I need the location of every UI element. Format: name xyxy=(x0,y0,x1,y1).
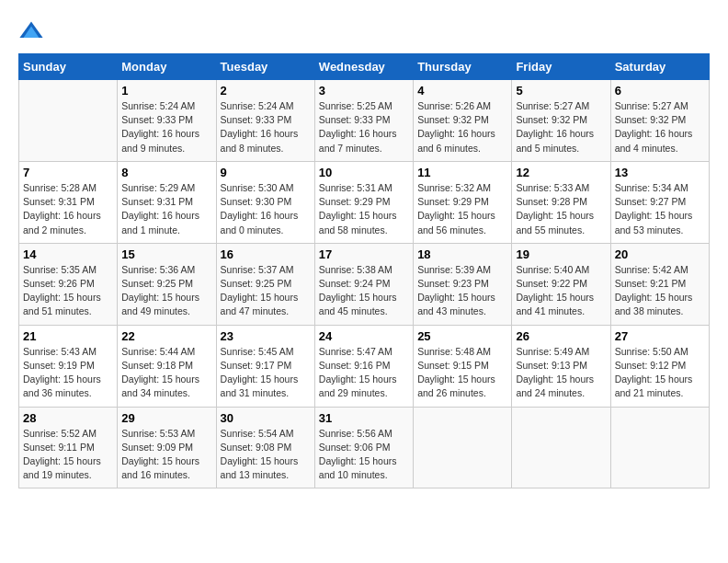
day-info: Sunrise: 5:32 AM Sunset: 9:29 PM Dayligh… xyxy=(417,181,507,237)
calendar-cell: 17Sunrise: 5:38 AM Sunset: 9:24 PM Dayli… xyxy=(314,243,413,325)
day-number: 6 xyxy=(615,84,705,98)
day-number: 23 xyxy=(221,329,311,343)
day-number: 7 xyxy=(23,166,113,179)
day-info: Sunrise: 5:34 AM Sunset: 9:27 PM Dayligh… xyxy=(615,181,705,237)
day-info: Sunrise: 5:52 AM Sunset: 9:11 PM Dayligh… xyxy=(23,427,113,483)
day-number: 18 xyxy=(417,247,507,261)
day-info: Sunrise: 5:24 AM Sunset: 9:33 PM Dayligh… xyxy=(121,99,211,155)
day-number: 8 xyxy=(121,166,211,179)
calendar-cell: 14Sunrise: 5:35 AM Sunset: 9:26 PM Dayli… xyxy=(19,243,118,325)
calendar-cell: 28Sunrise: 5:52 AM Sunset: 9:11 PM Dayli… xyxy=(19,407,118,488)
day-info: Sunrise: 5:44 AM Sunset: 9:18 PM Dayligh… xyxy=(121,345,211,401)
day-number: 20 xyxy=(615,247,705,261)
calendar-cell: 22Sunrise: 5:44 AM Sunset: 9:18 PM Dayli… xyxy=(118,325,216,407)
day-info: Sunrise: 5:30 AM Sunset: 9:30 PM Dayligh… xyxy=(221,181,311,237)
day-number: 4 xyxy=(417,84,507,98)
day-info: Sunrise: 5:27 AM Sunset: 9:32 PM Dayligh… xyxy=(615,99,705,155)
day-info: Sunrise: 5:36 AM Sunset: 9:25 PM Dayligh… xyxy=(121,263,211,319)
calendar-cell xyxy=(512,407,610,488)
calendar-week-row: 21Sunrise: 5:43 AM Sunset: 9:19 PM Dayli… xyxy=(19,325,710,407)
day-number: 9 xyxy=(221,166,311,179)
calendar-week-row: 14Sunrise: 5:35 AM Sunset: 9:26 PM Dayli… xyxy=(19,243,710,325)
calendar-cell xyxy=(414,407,512,488)
calendar-cell: 12Sunrise: 5:33 AM Sunset: 9:28 PM Dayli… xyxy=(512,161,610,243)
calendar-cell: 26Sunrise: 5:49 AM Sunset: 9:13 PM Dayli… xyxy=(512,325,610,407)
day-number: 12 xyxy=(516,166,606,179)
weekday-header-friday: Friday xyxy=(512,54,610,80)
day-info: Sunrise: 5:39 AM Sunset: 9:23 PM Dayligh… xyxy=(417,263,507,319)
day-info: Sunrise: 5:37 AM Sunset: 9:25 PM Dayligh… xyxy=(221,263,311,319)
weekday-header-wednesday: Wednesday xyxy=(314,54,413,80)
day-number: 24 xyxy=(319,329,409,343)
calendar-header: SundayMondayTuesdayWednesdayThursdayFrid… xyxy=(19,54,710,80)
weekday-header-thursday: Thursday xyxy=(414,54,512,80)
day-info: Sunrise: 5:54 AM Sunset: 9:08 PM Dayligh… xyxy=(221,427,311,483)
calendar-cell xyxy=(19,80,118,162)
day-number: 28 xyxy=(23,411,113,425)
calendar-body: 1Sunrise: 5:24 AM Sunset: 9:33 PM Daylig… xyxy=(19,80,710,488)
day-number: 22 xyxy=(121,329,211,343)
calendar-cell: 19Sunrise: 5:40 AM Sunset: 9:22 PM Dayli… xyxy=(512,243,610,325)
page-header xyxy=(18,18,710,44)
weekday-header-saturday: Saturday xyxy=(610,54,709,80)
day-info: Sunrise: 5:28 AM Sunset: 9:31 PM Dayligh… xyxy=(23,181,113,237)
calendar-week-row: 7Sunrise: 5:28 AM Sunset: 9:31 PM Daylig… xyxy=(19,161,710,243)
calendar-cell: 7Sunrise: 5:28 AM Sunset: 9:31 PM Daylig… xyxy=(19,161,118,243)
day-info: Sunrise: 5:27 AM Sunset: 9:32 PM Dayligh… xyxy=(516,99,606,155)
day-info: Sunrise: 5:26 AM Sunset: 9:32 PM Dayligh… xyxy=(417,99,507,155)
day-number: 14 xyxy=(23,247,113,261)
day-info: Sunrise: 5:35 AM Sunset: 9:26 PM Dayligh… xyxy=(23,263,113,319)
day-number: 26 xyxy=(516,329,606,343)
day-number: 11 xyxy=(417,166,507,179)
day-number: 13 xyxy=(615,166,705,179)
calendar-week-row: 28Sunrise: 5:52 AM Sunset: 9:11 PM Dayli… xyxy=(19,407,710,488)
day-number: 16 xyxy=(221,247,311,261)
day-number: 1 xyxy=(121,84,211,98)
day-number: 10 xyxy=(319,166,409,179)
day-info: Sunrise: 5:49 AM Sunset: 9:13 PM Dayligh… xyxy=(516,345,606,401)
calendar-cell: 2Sunrise: 5:24 AM Sunset: 9:33 PM Daylig… xyxy=(216,80,314,162)
day-number: 27 xyxy=(615,329,705,343)
day-info: Sunrise: 5:53 AM Sunset: 9:09 PM Dayligh… xyxy=(121,427,211,483)
calendar-cell: 16Sunrise: 5:37 AM Sunset: 9:25 PM Dayli… xyxy=(216,243,314,325)
day-number: 25 xyxy=(417,329,507,343)
calendar-cell: 21Sunrise: 5:43 AM Sunset: 9:19 PM Dayli… xyxy=(19,325,118,407)
calendar-cell: 10Sunrise: 5:31 AM Sunset: 9:29 PM Dayli… xyxy=(314,161,413,243)
logo-icon xyxy=(18,18,44,44)
calendar-table: SundayMondayTuesdayWednesdayThursdayFrid… xyxy=(18,53,710,488)
day-info: Sunrise: 5:29 AM Sunset: 9:31 PM Dayligh… xyxy=(121,181,211,237)
calendar-cell: 11Sunrise: 5:32 AM Sunset: 9:29 PM Dayli… xyxy=(414,161,512,243)
day-number: 3 xyxy=(319,84,409,98)
weekday-header-tuesday: Tuesday xyxy=(216,54,314,80)
day-number: 5 xyxy=(516,84,606,98)
day-number: 29 xyxy=(121,411,211,425)
day-info: Sunrise: 5:38 AM Sunset: 9:24 PM Dayligh… xyxy=(319,263,409,319)
day-number: 17 xyxy=(319,247,409,261)
day-info: Sunrise: 5:47 AM Sunset: 9:16 PM Dayligh… xyxy=(319,345,409,401)
calendar-cell: 27Sunrise: 5:50 AM Sunset: 9:12 PM Dayli… xyxy=(610,325,709,407)
calendar-cell: 30Sunrise: 5:54 AM Sunset: 9:08 PM Dayli… xyxy=(216,407,314,488)
calendar-cell: 5Sunrise: 5:27 AM Sunset: 9:32 PM Daylig… xyxy=(512,80,610,162)
calendar-cell: 3Sunrise: 5:25 AM Sunset: 9:33 PM Daylig… xyxy=(314,80,413,162)
day-info: Sunrise: 5:43 AM Sunset: 9:19 PM Dayligh… xyxy=(23,345,113,401)
calendar-cell: 9Sunrise: 5:30 AM Sunset: 9:30 PM Daylig… xyxy=(216,161,314,243)
day-number: 15 xyxy=(121,247,211,261)
calendar-cell xyxy=(610,407,709,488)
calendar-cell: 1Sunrise: 5:24 AM Sunset: 9:33 PM Daylig… xyxy=(118,80,216,162)
calendar-cell: 20Sunrise: 5:42 AM Sunset: 9:21 PM Dayli… xyxy=(610,243,709,325)
calendar-cell: 29Sunrise: 5:53 AM Sunset: 9:09 PM Dayli… xyxy=(118,407,216,488)
day-info: Sunrise: 5:24 AM Sunset: 9:33 PM Dayligh… xyxy=(221,99,311,155)
day-info: Sunrise: 5:56 AM Sunset: 9:06 PM Dayligh… xyxy=(319,427,409,483)
day-number: 2 xyxy=(221,84,311,98)
weekday-header-sunday: Sunday xyxy=(19,54,118,80)
calendar-cell: 13Sunrise: 5:34 AM Sunset: 9:27 PM Dayli… xyxy=(610,161,709,243)
weekday-header-monday: Monday xyxy=(118,54,216,80)
calendar-cell: 23Sunrise: 5:45 AM Sunset: 9:17 PM Dayli… xyxy=(216,325,314,407)
day-info: Sunrise: 5:50 AM Sunset: 9:12 PM Dayligh… xyxy=(615,345,705,401)
day-info: Sunrise: 5:42 AM Sunset: 9:21 PM Dayligh… xyxy=(615,263,705,319)
calendar-cell: 15Sunrise: 5:36 AM Sunset: 9:25 PM Dayli… xyxy=(118,243,216,325)
calendar-cell: 18Sunrise: 5:39 AM Sunset: 9:23 PM Dayli… xyxy=(414,243,512,325)
day-info: Sunrise: 5:45 AM Sunset: 9:17 PM Dayligh… xyxy=(221,345,311,401)
calendar-cell: 6Sunrise: 5:27 AM Sunset: 9:32 PM Daylig… xyxy=(610,80,709,162)
day-info: Sunrise: 5:48 AM Sunset: 9:15 PM Dayligh… xyxy=(417,345,507,401)
